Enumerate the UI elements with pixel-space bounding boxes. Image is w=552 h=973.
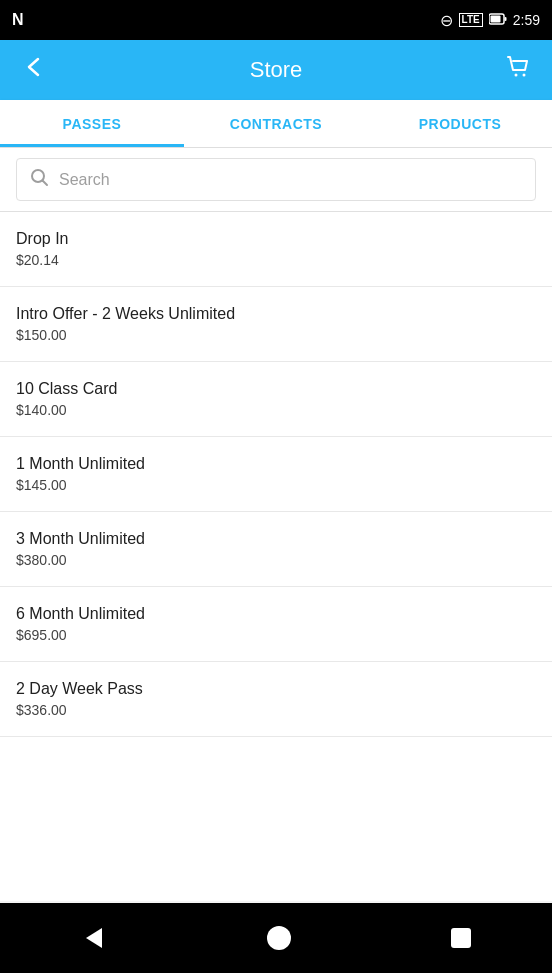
item-price: $380.00 — [16, 552, 536, 568]
search-icon — [29, 167, 49, 192]
status-bar: N ⊖ LTE 2:59 — [0, 0, 552, 40]
list-item[interactable]: 3 Month Unlimited $380.00 — [0, 512, 552, 587]
list-item[interactable]: 2 Day Week Pass $336.00 — [0, 662, 552, 737]
item-name: 3 Month Unlimited — [16, 530, 536, 548]
item-name: 2 Day Week Pass — [16, 680, 536, 698]
search-wrapper — [16, 158, 536, 201]
item-name: 1 Month Unlimited — [16, 455, 536, 473]
item-price: $20.14 — [16, 252, 536, 268]
tab-bar: PASSES CONTRACTS PRODUCTS — [0, 100, 552, 148]
item-price: $150.00 — [16, 327, 536, 343]
list-item[interactable]: 6 Month Unlimited $695.00 — [0, 587, 552, 662]
bottom-nav — [0, 903, 552, 973]
battery-icon — [489, 12, 507, 29]
tab-passes[interactable]: PASSES — [0, 100, 184, 147]
n-logo: N — [12, 11, 24, 29]
list-item[interactable]: Intro Offer - 2 Weeks Unlimited $150.00 — [0, 287, 552, 362]
svg-point-4 — [523, 74, 526, 77]
item-price: $336.00 — [16, 702, 536, 718]
time-display: 2:59 — [513, 12, 540, 28]
nav-back-button[interactable] — [70, 914, 118, 962]
cart-button[interactable] — [500, 49, 536, 91]
item-price: $145.00 — [16, 477, 536, 493]
item-name: Intro Offer - 2 Weeks Unlimited — [16, 305, 536, 323]
svg-point-3 — [515, 74, 518, 77]
item-name: 6 Month Unlimited — [16, 605, 536, 623]
nav-recents-button[interactable] — [440, 917, 482, 959]
tab-contracts[interactable]: CONTRACTS — [184, 100, 368, 147]
page-title: Store — [250, 57, 303, 83]
dnd-icon: ⊖ — [440, 11, 453, 30]
svg-marker-7 — [86, 928, 102, 948]
svg-rect-1 — [504, 17, 506, 21]
svg-rect-2 — [490, 15, 500, 22]
list-item[interactable]: 10 Class Card $140.00 — [0, 362, 552, 437]
svg-point-8 — [267, 926, 291, 950]
search-container — [0, 148, 552, 212]
svg-rect-9 — [451, 928, 471, 948]
status-right: ⊖ LTE 2:59 — [440, 11, 540, 30]
items-list: Drop In $20.14 Intro Offer - 2 Weeks Unl… — [0, 212, 552, 901]
list-item[interactable]: Drop In $20.14 — [0, 212, 552, 287]
item-price: $140.00 — [16, 402, 536, 418]
item-name: Drop In — [16, 230, 536, 248]
search-input[interactable] — [59, 171, 523, 189]
item-name: 10 Class Card — [16, 380, 536, 398]
app-bar: Store — [0, 40, 552, 100]
item-price: $695.00 — [16, 627, 536, 643]
back-button[interactable] — [16, 49, 52, 91]
status-left: N — [12, 11, 24, 29]
nav-home-button[interactable] — [257, 916, 301, 960]
svg-line-6 — [43, 181, 48, 186]
tab-products[interactable]: PRODUCTS — [368, 100, 552, 147]
lte-icon: LTE — [459, 13, 483, 27]
list-item[interactable]: 1 Month Unlimited $145.00 — [0, 437, 552, 512]
